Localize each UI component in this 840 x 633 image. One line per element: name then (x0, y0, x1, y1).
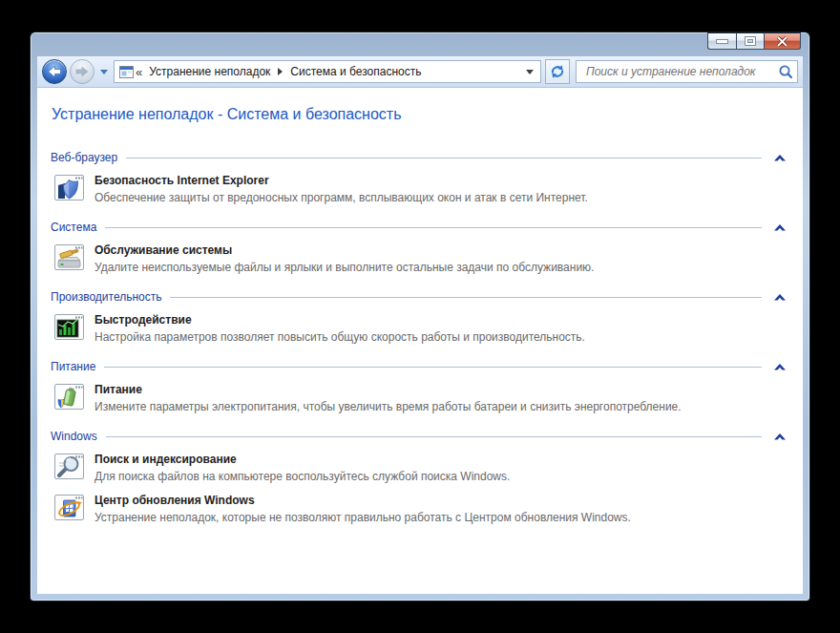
back-button[interactable] (42, 59, 67, 84)
control-panel-window-icon[interactable] (119, 66, 134, 78)
item-title[interactable]: Питание (94, 383, 682, 396)
item-description: Удалите неиспользуемые файлы и ярлыки и … (94, 261, 594, 274)
item-text: Обслуживание системы Удалите неиспользуе… (94, 243, 594, 274)
troubleshoot-item-windows-update[interactable]: Центр обновления Windows Устранение непо… (51, 486, 789, 527)
close-button[interactable] (765, 32, 801, 50)
section-web-browser: Веб-браузер (51, 149, 789, 207)
chevron-up-icon (774, 433, 786, 440)
history-dropdown-icon[interactable] (100, 70, 108, 74)
chevron-up-icon (774, 224, 786, 231)
troubleshoot-item-ie-security[interactable]: Безопасность Internet Explorer Обеспечен… (51, 166, 789, 207)
section-divider (170, 297, 762, 298)
arrow-left-icon (47, 65, 62, 78)
navigation-toolbar: « Устранение неполадок Система и безопас… (37, 56, 803, 88)
forward-button[interactable] (70, 59, 94, 84)
explorer-window: « Устранение неполадок Система и безопас… (30, 32, 810, 601)
magnifier-icon[interactable] (778, 64, 793, 79)
breadcrumb-overflow-chevrons[interactable]: « (134, 65, 144, 79)
breadcrumb-item-troubleshooting[interactable]: Устранение неполадок (144, 63, 275, 80)
item-title[interactable]: Быстродействие (94, 313, 585, 327)
section-label: Windows (51, 430, 97, 443)
maximize-icon (746, 37, 755, 45)
item-text: Питание Измените параметры электропитани… (94, 382, 682, 413)
arrow-right-icon (74, 65, 90, 78)
collapse-section-button[interactable] (770, 155, 789, 161)
item-text: Быстродействие Настройка параметров позв… (94, 312, 585, 344)
address-dropdown-icon[interactable] (526, 70, 534, 74)
item-description: Измените параметры электропитания, чтобы… (94, 400, 682, 413)
chevron-up-icon (774, 364, 786, 370)
item-title[interactable]: Центр обновления Windows (94, 494, 631, 507)
breadcrumb-separator-icon (278, 68, 283, 75)
section-power: Питание (51, 358, 789, 416)
collapse-section-button[interactable] (770, 364, 789, 370)
collapse-section-button[interactable] (770, 433, 789, 440)
section-divider (104, 367, 762, 368)
section-header: Веб-браузер (51, 149, 789, 166)
collapse-section-button[interactable] (770, 294, 789, 301)
section-system: Система (51, 219, 789, 277)
section-header: Производительность (51, 288, 789, 306)
chevron-up-icon (774, 155, 786, 161)
troubleshoot-item-power[interactable]: Питание Измените параметры электропитани… (51, 375, 789, 416)
section-label: Производительность (51, 290, 161, 304)
section-divider (105, 227, 762, 228)
troubleshoot-item-system-maintenance[interactable]: Обслуживание системы Удалите неиспользуе… (51, 236, 789, 277)
collapse-section-button[interactable] (770, 224, 789, 231)
section-label: Питание (51, 360, 95, 373)
minimize-icon (717, 40, 727, 43)
item-description: Настройка параметров позволяет повысить … (94, 330, 585, 344)
section-label: Веб-браузер (51, 151, 117, 164)
section-divider (126, 158, 762, 158)
system-maintenance-icon (53, 243, 86, 273)
troubleshoot-item-performance[interactable]: Быстродействие Настройка параметров позв… (51, 306, 789, 347)
maximize-button[interactable] (736, 32, 765, 50)
search-indexing-icon (53, 452, 86, 482)
section-divider (106, 436, 762, 437)
content-area: Устранение неполадок - Система и безопас… (37, 88, 803, 593)
address-bar[interactable]: « Устранение неполадок Система и безопас… (114, 60, 541, 83)
windows-update-icon (53, 493, 86, 523)
item-description: Для поиска файлов на компьютере воспольз… (94, 470, 510, 483)
section-label: Система (51, 221, 96, 234)
search-input[interactable] (584, 64, 778, 79)
item-description: Обеспечение защиты от вредоносных програ… (94, 191, 588, 204)
refresh-icon (550, 64, 565, 79)
refresh-button[interactable] (545, 59, 570, 84)
breadcrumb-item-system-security[interactable]: Система и безопасность (285, 63, 426, 80)
section-header: Питание (51, 358, 789, 375)
section-windows: Windows (51, 428, 789, 527)
titlebar[interactable] (31, 32, 809, 56)
item-text: Поиск и индексирование Для поиска файлов… (94, 452, 510, 483)
section-performance: Производительность (51, 288, 789, 347)
minimize-button[interactable] (707, 32, 736, 50)
section-header: Система (51, 219, 789, 236)
performance-icon (53, 312, 86, 343)
item-title[interactable]: Безопасность Internet Explorer (94, 174, 588, 187)
ie-security-icon (53, 173, 86, 203)
troubleshoot-item-search-indexing[interactable]: Поиск и индексирование Для поиска файлов… (51, 445, 789, 486)
item-title[interactable]: Обслуживание системы (94, 243, 594, 257)
item-description: Устранение неполадок, которые не позволя… (94, 511, 631, 524)
search-box[interactable] (576, 60, 798, 83)
section-header: Windows (51, 428, 789, 445)
close-icon (776, 36, 788, 47)
chevron-up-icon (774, 294, 786, 301)
page-title: Устранение неполадок - Система и безопас… (52, 106, 789, 123)
power-icon (53, 382, 86, 412)
item-title[interactable]: Поиск и индексирование (94, 453, 510, 466)
item-text: Безопасность Internet Explorer Обеспечен… (94, 173, 588, 204)
window-body: « Устранение неполадок Система и безопас… (37, 56, 803, 594)
window-controls (707, 32, 801, 50)
item-text: Центр обновления Windows Устранение непо… (94, 493, 631, 524)
